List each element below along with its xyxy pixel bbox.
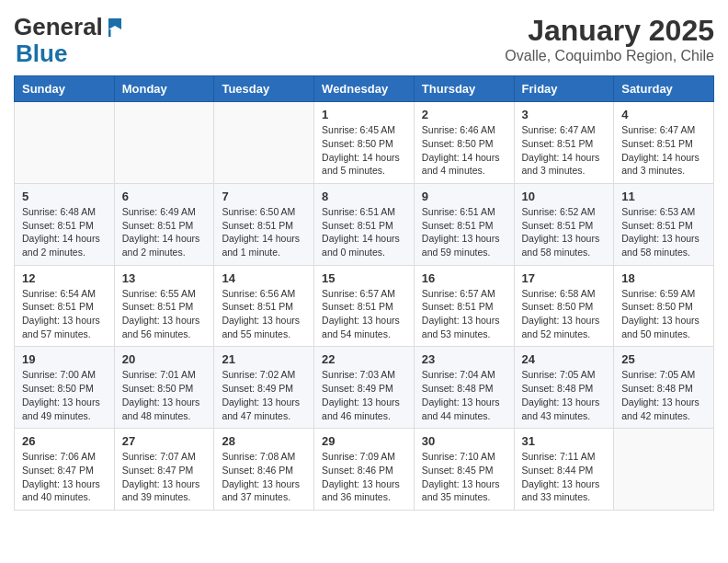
day-number: 10 (522, 190, 607, 203)
calendar-day: 3Sunrise: 6:47 AM Sunset: 8:51 PM Daylig… (514, 102, 614, 184)
day-info: Sunrise: 6:59 AM Sunset: 8:50 PM Dayligh… (621, 287, 706, 341)
day-number: 23 (422, 352, 506, 366)
logo-general-text: General (14, 14, 103, 40)
page-title: January 2025 (505, 14, 714, 48)
page-header: General Blue January 2025 Ovalle, Coquim… (14, 14, 714, 66)
day-info: Sunrise: 7:06 AM Sunset: 8:47 PM Dayligh… (22, 450, 107, 504)
day-number: 18 (621, 271, 706, 285)
day-number: 5 (22, 190, 107, 203)
day-number: 20 (122, 352, 207, 366)
day-info: Sunrise: 7:03 AM Sunset: 8:49 PM Dayligh… (322, 368, 406, 422)
day-info: Sunrise: 6:57 AM Sunset: 8:51 PM Dayligh… (422, 287, 506, 341)
calendar-day: 9Sunrise: 6:51 AM Sunset: 8:51 PM Daylig… (414, 183, 514, 265)
day-number: 15 (322, 271, 406, 285)
day-header-friday: Friday (514, 76, 614, 102)
calendar-day: 27Sunrise: 7:07 AM Sunset: 8:47 PM Dayli… (114, 429, 214, 511)
day-info: Sunrise: 6:45 AM Sunset: 8:50 PM Dayligh… (322, 123, 406, 178)
calendar-table: SundayMondayTuesdayWednesdayThursdayFrid… (14, 75, 714, 511)
day-info: Sunrise: 7:09 AM Sunset: 8:46 PM Dayligh… (322, 450, 406, 504)
calendar-day: 5Sunrise: 6:48 AM Sunset: 8:51 PM Daylig… (15, 183, 115, 265)
day-number: 19 (22, 352, 107, 366)
day-info: Sunrise: 7:08 AM Sunset: 8:46 PM Dayligh… (222, 450, 306, 504)
day-info: Sunrise: 6:50 AM Sunset: 8:51 PM Dayligh… (222, 205, 306, 259)
calendar-day: 18Sunrise: 6:59 AM Sunset: 8:50 PM Dayli… (614, 265, 714, 347)
day-header-saturday: Saturday (614, 76, 714, 102)
day-info: Sunrise: 7:10 AM Sunset: 8:45 PM Dayligh… (422, 450, 506, 504)
day-number: 7 (222, 190, 306, 203)
calendar-day: 15Sunrise: 6:57 AM Sunset: 8:51 PM Dayli… (314, 265, 415, 347)
day-info: Sunrise: 6:52 AM Sunset: 8:51 PM Dayligh… (522, 205, 607, 259)
calendar-day: 26Sunrise: 7:06 AM Sunset: 8:47 PM Dayli… (15, 429, 115, 511)
calendar-day: 1Sunrise: 6:45 AM Sunset: 8:50 PM Daylig… (314, 102, 415, 184)
day-info: Sunrise: 6:47 AM Sunset: 8:51 PM Dayligh… (621, 123, 706, 178)
day-info: Sunrise: 7:07 AM Sunset: 8:47 PM Dayligh… (122, 450, 207, 504)
day-info: Sunrise: 6:53 AM Sunset: 8:51 PM Dayligh… (621, 205, 706, 259)
calendar-week-5: 26Sunrise: 7:06 AM Sunset: 8:47 PM Dayli… (15, 429, 714, 511)
calendar-day: 16Sunrise: 6:57 AM Sunset: 8:51 PM Dayli… (414, 265, 514, 347)
day-number: 25 (621, 352, 706, 366)
day-number: 31 (522, 434, 607, 448)
day-number: 4 (621, 108, 706, 121)
day-info: Sunrise: 6:49 AM Sunset: 8:51 PM Dayligh… (122, 205, 207, 259)
calendar-day: 11Sunrise: 6:53 AM Sunset: 8:51 PM Dayli… (614, 183, 714, 265)
day-info: Sunrise: 6:46 AM Sunset: 8:50 PM Dayligh… (422, 123, 506, 178)
day-info: Sunrise: 6:51 AM Sunset: 8:51 PM Dayligh… (322, 205, 406, 259)
day-number: 22 (322, 352, 406, 366)
logo-flag-icon (105, 17, 125, 37)
calendar-day (214, 102, 314, 184)
calendar-header-row: SundayMondayTuesdayWednesdayThursdayFrid… (15, 76, 714, 102)
day-number: 28 (222, 434, 306, 448)
day-info: Sunrise: 7:05 AM Sunset: 8:48 PM Dayligh… (621, 368, 706, 422)
day-number: 12 (22, 271, 107, 285)
day-info: Sunrise: 6:48 AM Sunset: 8:51 PM Dayligh… (22, 205, 107, 259)
calendar-day: 6Sunrise: 6:49 AM Sunset: 8:51 PM Daylig… (114, 183, 214, 265)
svg-rect-1 (108, 29, 111, 37)
page-subtitle: Ovalle, Coquimbo Region, Chile (505, 48, 714, 64)
logo: General Blue (14, 14, 125, 66)
calendar-day (614, 429, 714, 511)
calendar-day: 2Sunrise: 6:46 AM Sunset: 8:50 PM Daylig… (414, 102, 514, 184)
svg-marker-0 (108, 18, 121, 29)
day-number: 3 (522, 108, 607, 121)
calendar-day (114, 102, 214, 184)
calendar-day: 31Sunrise: 7:11 AM Sunset: 8:44 PM Dayli… (514, 429, 614, 511)
calendar-day: 24Sunrise: 7:05 AM Sunset: 8:48 PM Dayli… (514, 347, 614, 429)
day-number: 2 (422, 108, 506, 121)
day-info: Sunrise: 7:11 AM Sunset: 8:44 PM Dayligh… (522, 450, 607, 504)
calendar-day: 28Sunrise: 7:08 AM Sunset: 8:46 PM Dayli… (214, 429, 314, 511)
day-info: Sunrise: 6:55 AM Sunset: 8:51 PM Dayligh… (122, 287, 207, 341)
day-header-wednesday: Wednesday (314, 76, 415, 102)
calendar-week-2: 5Sunrise: 6:48 AM Sunset: 8:51 PM Daylig… (15, 183, 714, 265)
calendar-day: 14Sunrise: 6:56 AM Sunset: 8:51 PM Dayli… (214, 265, 314, 347)
calendar-day: 10Sunrise: 6:52 AM Sunset: 8:51 PM Dayli… (514, 183, 614, 265)
day-info: Sunrise: 7:04 AM Sunset: 8:48 PM Dayligh… (422, 368, 506, 422)
day-number: 24 (522, 352, 607, 366)
day-number: 8 (322, 190, 406, 203)
day-info: Sunrise: 6:51 AM Sunset: 8:51 PM Dayligh… (422, 205, 506, 259)
day-info: Sunrise: 7:01 AM Sunset: 8:50 PM Dayligh… (122, 368, 207, 422)
day-number: 29 (322, 434, 406, 448)
day-header-thursday: Thursday (414, 76, 514, 102)
calendar-day: 21Sunrise: 7:02 AM Sunset: 8:49 PM Dayli… (214, 347, 314, 429)
day-number: 21 (222, 352, 306, 366)
calendar-week-4: 19Sunrise: 7:00 AM Sunset: 8:50 PM Dayli… (15, 347, 714, 429)
day-number: 26 (22, 434, 107, 448)
calendar-week-1: 1Sunrise: 6:45 AM Sunset: 8:50 PM Daylig… (15, 102, 714, 184)
calendar-day: 8Sunrise: 6:51 AM Sunset: 8:51 PM Daylig… (314, 183, 415, 265)
calendar-day: 17Sunrise: 6:58 AM Sunset: 8:50 PM Dayli… (514, 265, 614, 347)
day-number: 17 (522, 271, 607, 285)
day-number: 13 (122, 271, 207, 285)
day-info: Sunrise: 6:56 AM Sunset: 8:51 PM Dayligh… (222, 287, 306, 341)
logo-blue-text: Blue (16, 40, 125, 67)
day-number: 16 (422, 271, 506, 285)
day-number: 27 (122, 434, 207, 448)
day-info: Sunrise: 6:57 AM Sunset: 8:51 PM Dayligh… (322, 287, 406, 341)
title-block: January 2025 Ovalle, Coquimbo Region, Ch… (505, 14, 714, 64)
calendar-day: 4Sunrise: 6:47 AM Sunset: 8:51 PM Daylig… (614, 102, 714, 184)
day-info: Sunrise: 7:00 AM Sunset: 8:50 PM Dayligh… (22, 368, 107, 422)
calendar-day: 20Sunrise: 7:01 AM Sunset: 8:50 PM Dayli… (114, 347, 214, 429)
day-info: Sunrise: 6:54 AM Sunset: 8:51 PM Dayligh… (22, 287, 107, 341)
calendar-day: 19Sunrise: 7:00 AM Sunset: 8:50 PM Dayli… (15, 347, 115, 429)
calendar-day: 25Sunrise: 7:05 AM Sunset: 8:48 PM Dayli… (614, 347, 714, 429)
day-number: 6 (122, 190, 207, 203)
